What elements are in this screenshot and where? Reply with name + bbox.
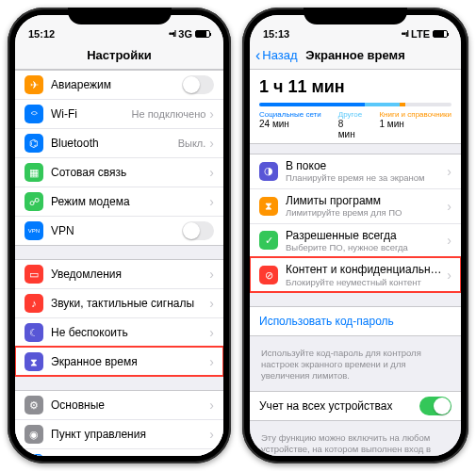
network-label: 3G (178, 28, 192, 40)
airplane-toggle[interactable] (182, 75, 214, 94)
signal-icon: ••ıl (169, 29, 175, 39)
row-label: VPN (51, 224, 182, 237)
back-label: Назад (262, 48, 297, 62)
row-subtitle: Выберите ПО, нужное всегда (286, 242, 447, 252)
navbar: ‹ Назад Экранное время (250, 41, 461, 70)
row-label: Звуки, тактильные сигналы (51, 297, 209, 310)
chevron-right-icon: › (209, 165, 214, 180)
status-time: 15:13 (263, 28, 289, 40)
chevron-right-icon: › (209, 296, 214, 311)
bluetooth-row[interactable]: ⌬BluetoothВыкл.› (15, 128, 223, 157)
vpn-icon: VPN (25, 221, 43, 240)
allowed-icon: ✓ (259, 231, 278, 250)
sounds-row[interactable]: ♪Звуки, тактильные сигналы› (15, 288, 223, 317)
display-icon: A (25, 454, 43, 456)
chevron-left-icon: ‹ (255, 48, 260, 63)
back-button[interactable]: ‹ Назад (255, 48, 298, 63)
vpn-toggle[interactable] (182, 221, 214, 240)
chevron-right-icon: › (447, 233, 451, 248)
chevron-right-icon: › (447, 199, 451, 214)
usage-segment (400, 103, 405, 106)
display-row[interactable]: AЭкран и яркость› (15, 448, 223, 456)
applimits-icon: ⧗ (259, 197, 278, 216)
row-label: Bluetooth (51, 137, 178, 150)
allowed-row[interactable]: ✓Разрешенные всегдаВыберите ПО, нужное в… (250, 223, 461, 258)
status-time: 15:12 (28, 28, 55, 40)
content-icon: ⊘ (259, 266, 278, 284)
chevron-right-icon: › (209, 398, 214, 413)
settings-list[interactable]: ✈Авиарежим⌔Wi-FiНе подключено›⌬Bluetooth… (15, 70, 223, 456)
dnd-icon: ☾ (25, 323, 43, 342)
wifi-icon: ⌔ (25, 105, 43, 123)
chevron-right-icon: › (209, 136, 214, 151)
row-label: Режим модема (51, 195, 209, 208)
notch (304, 8, 407, 24)
controlcenter-row[interactable]: ◉Пункт управления› (15, 419, 223, 448)
row-label: Не беспокоить (51, 326, 209, 339)
sounds-icon: ♪ (25, 294, 43, 313)
row-detail: Не подключено (132, 108, 206, 120)
downtime-icon: ◑ (259, 162, 278, 181)
general-row[interactable]: ⚙Основные› (15, 391, 223, 419)
row-label: Уведомления (51, 268, 209, 281)
general-icon: ⚙ (25, 396, 43, 414)
row-label: Сотовая связь (51, 166, 209, 179)
row-subtitle: Планируйте время не за экраном (286, 172, 447, 183)
page-title: Настройки (87, 48, 152, 62)
use-passcode-link[interactable]: Использовать код-пароль (250, 307, 461, 335)
screentime-row[interactable]: ⧗Экранное время› (15, 347, 223, 376)
notifications-icon: ▭ (25, 265, 43, 284)
row-label: Экранное время (51, 355, 209, 368)
battery-icon (195, 30, 210, 38)
airplane-row[interactable]: ✈Авиарежим (15, 71, 223, 99)
bluetooth-icon: ⌬ (25, 134, 43, 153)
row-label: В покое (286, 159, 447, 172)
notch (68, 8, 172, 24)
page-title: Экранное время (305, 48, 405, 62)
battery-icon (433, 30, 448, 38)
share-toggle[interactable] (419, 397, 451, 415)
chevron-right-icon: › (209, 354, 214, 369)
cellular-icon: ▦ (25, 163, 43, 182)
usage-bar (259, 103, 451, 106)
phone-right: 15:13 ••ıl LTE ‹ Назад Экранное время 1 … (242, 8, 468, 463)
usage-legend: Социальные сети24 минДругое8 минКниги и … (259, 110, 451, 139)
usage-segment (259, 103, 365, 106)
row-label: Авиарежим (51, 78, 182, 91)
row-subtitle: Лимитируйте время для ПО (286, 207, 447, 218)
vpn-row[interactable]: VPNVPN (15, 216, 223, 245)
downtime-row[interactable]: ◑В покоеПланируйте время не за экраном› (250, 154, 461, 188)
total-time: 1 ч 11 мин (259, 77, 451, 97)
hotspot-row[interactable]: ☍Режим модема› (15, 187, 223, 216)
wifi-row[interactable]: ⌔Wi-FiНе подключено› (15, 99, 223, 128)
screen-settings: 15:12 ••ıl 3G Настройки ✈Авиарежим⌔Wi-Fi… (15, 15, 223, 456)
row-label: Основные (51, 398, 209, 412)
row-detail: Выкл. (178, 138, 206, 149)
chevron-right-icon: › (209, 194, 214, 209)
row-label: Разрешенные всегда (286, 229, 447, 242)
passcode-note: Используйте код-пароль для контроля наст… (250, 344, 461, 391)
screentime-summary[interactable]: 1 ч 11 мин Социальные сети24 минДругое8 … (250, 70, 461, 144)
chevron-right-icon: › (447, 164, 451, 179)
share-across-devices-row[interactable]: Учет на всех устройствах (250, 392, 461, 420)
cellular-row[interactable]: ▦Сотовая связь› (15, 157, 223, 187)
chevron-right-icon: › (209, 106, 214, 122)
screen-screentime: 15:13 ••ıl LTE ‹ Назад Экранное время 1 … (250, 15, 461, 456)
content-row[interactable]: ⊘Контент и конфиденциальностьБлокируйте … (250, 257, 461, 292)
chevron-right-icon: › (447, 268, 451, 283)
sharing-note: Эту функцию можно включить на любом устр… (250, 429, 461, 456)
chevron-right-icon: › (209, 267, 214, 282)
airplane-icon: ✈ (25, 75, 43, 94)
chevron-right-icon: › (209, 325, 214, 340)
phone-left: 15:12 ••ıl 3G Настройки ✈Авиарежим⌔Wi-Fi… (8, 8, 231, 463)
legend-item: Социальные сети24 мин (259, 110, 321, 139)
screentime-list[interactable]: ◑В покоеПланируйте время не за экраном›⧗… (250, 154, 461, 456)
controlcenter-icon: ◉ (25, 425, 43, 444)
row-subtitle: Блокируйте неуместный контент (286, 277, 447, 287)
dnd-row[interactable]: ☾Не беспокоить› (15, 317, 223, 347)
row-label: Пункт управления (51, 428, 209, 441)
hotspot-icon: ☍ (25, 192, 43, 211)
applimits-row[interactable]: ⧗Лимиты программЛимитируйте время для ПО… (250, 188, 461, 223)
navbar: Настройки (15, 41, 223, 70)
notifications-row[interactable]: ▭Уведомления› (15, 260, 223, 288)
